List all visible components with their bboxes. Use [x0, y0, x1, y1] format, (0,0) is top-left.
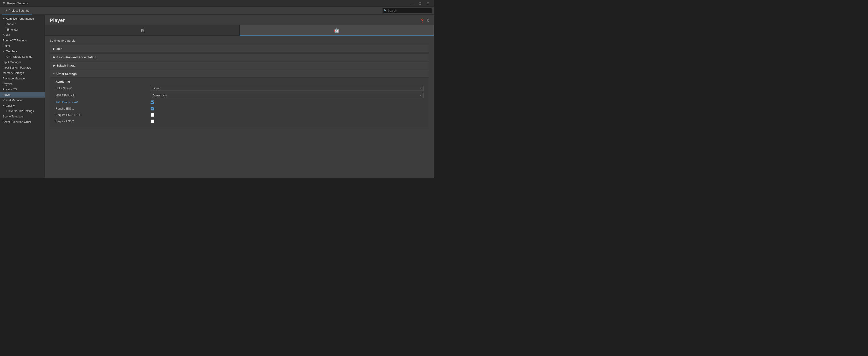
settings-area: Settings for Android ▶ Icon ▶ Resolution… [45, 36, 434, 178]
sidebar-item-label: Burst AOT Settings [3, 39, 27, 42]
color-space-label: Color Space* [56, 87, 151, 90]
icon-section-header[interactable]: ▶ Icon [50, 45, 429, 52]
sidebar-item-label: Simulator [6, 28, 18, 31]
sidebar-item-quality[interactable]: ▼ Quality [0, 103, 45, 108]
color-space-value: Linear Gamma [151, 86, 424, 91]
section-label: Other Settings [56, 72, 77, 75]
sidebar-item-android[interactable]: Android [0, 22, 45, 27]
search-input[interactable] [382, 8, 432, 13]
require-es31-aep-value [151, 113, 424, 117]
other-settings-section: ▼ Other Settings Rendering Color Space* … [50, 70, 429, 127]
title-bar-left: ⚙ Project Settings [3, 2, 28, 5]
msaa-fallback-dropdown-wrap: Downgrade None [151, 93, 424, 98]
maximize-button[interactable]: □ [417, 1, 423, 5]
sidebar-item-label: Editor [3, 44, 10, 47]
close-button[interactable]: ✕ [425, 1, 431, 5]
splash-section: ▶ Splash Image [50, 62, 429, 69]
require-es31-row: Require ES3.1 [53, 105, 426, 112]
settings-for-label: Settings for Android [50, 38, 429, 43]
sidebar-item-label: Physics [3, 83, 12, 86]
require-es31-aep-checkbox[interactable] [151, 113, 154, 117]
section-label: Icon [56, 47, 62, 51]
platform-tab-desktop[interactable]: 🖥 [45, 25, 240, 35]
page-title: Player [50, 18, 65, 23]
sidebar-item-label: Graphics [6, 50, 17, 53]
require-es31-value [151, 107, 424, 110]
sidebar-item-input-manager[interactable]: Input Manager [0, 60, 45, 65]
msaa-fallback-label: MSAA Fallback [56, 94, 151, 97]
sidebar-item-physics-2d[interactable]: Physics 2D [0, 87, 45, 92]
other-settings-header[interactable]: ▼ Other Settings [50, 70, 429, 77]
sidebar-item-label: URP Global Settings [6, 55, 32, 58]
app-icon: ⚙ [3, 2, 5, 5]
sidebar-item-label: Physics 2D [3, 88, 17, 91]
project-settings-tab[interactable]: ⚙ Project Settings [2, 7, 32, 14]
sidebar-item-label: Preset Manager [3, 99, 23, 102]
color-space-dropdown[interactable]: Linear Gamma [151, 86, 424, 91]
auto-graphics-label[interactable]: Auto Graphics API [56, 101, 151, 104]
sidebar-item-editor[interactable]: Editor [0, 43, 45, 48]
title-bar-controls: — □ ✕ [409, 1, 431, 5]
auto-graphics-row: Auto Graphics API [53, 99, 426, 105]
section-label: Splash Image [56, 64, 75, 67]
sidebar-item-player[interactable]: Player [0, 92, 45, 98]
auto-graphics-value [151, 100, 424, 104]
icon-section: ▶ Icon [50, 45, 429, 53]
platform-tab-android[interactable]: 🤖 [240, 25, 434, 35]
sidebar-item-package-manager[interactable]: Package Manager [0, 76, 45, 81]
require-es32-row: Require ES3.2 [53, 118, 426, 125]
expand-icon: ▼ [3, 18, 5, 20]
player-header: Player ❓ ⧉ [45, 15, 434, 25]
require-es32-value [151, 120, 424, 123]
sidebar-item-label: Package Manager [3, 77, 26, 80]
sidebar-item-simulator[interactable]: Simulator [0, 27, 45, 32]
require-es31-checkbox[interactable] [151, 107, 154, 110]
help-icon[interactable]: ❓ [420, 18, 425, 23]
sidebar-item-label: Quality [6, 104, 15, 107]
sidebar-item-universal-rp[interactable]: Universal RP Settings [0, 108, 45, 114]
sidebar-item-audio[interactable]: Audio [0, 32, 45, 38]
sidebar-item-adaptive-performance[interactable]: ▼ Adaptive Performance [0, 16, 45, 22]
sidebar-item-label: Player [3, 93, 11, 96]
resolution-section-header[interactable]: ▶ Resolution and Presentation [50, 54, 429, 61]
search-area: 🔍 [382, 8, 432, 13]
android-icon: 🤖 [334, 27, 339, 33]
require-es32-checkbox[interactable] [151, 120, 154, 123]
collapse-icon: ▼ [53, 73, 55, 75]
sidebar-item-burst-aot[interactable]: Burst AOT Settings [0, 38, 45, 43]
auto-graphics-checkbox[interactable] [151, 100, 154, 104]
collapse-icon: ▶ [53, 47, 55, 51]
sidebar-item-label: Input System Package [3, 66, 31, 69]
window-title: Project Settings [7, 2, 28, 5]
sidebar-item-graphics[interactable]: ▼ Graphics [0, 48, 45, 54]
splash-section-header[interactable]: ▶ Splash Image [50, 62, 429, 69]
sidebar-item-label: Universal RP Settings [6, 109, 34, 113]
sidebar-item-label: Scene Template [3, 115, 23, 118]
app-body: ▼ Adaptive Performance Android Simulator… [0, 15, 434, 178]
sidebar-item-label: Script Execution Order [3, 120, 31, 124]
collapse-icon: ▶ [53, 64, 55, 67]
resolution-section: ▶ Resolution and Presentation [50, 54, 429, 61]
sidebar-item-preset-manager[interactable]: Preset Manager [0, 98, 45, 103]
expand-icon: ▼ [3, 104, 5, 107]
rendering-title: Rendering [53, 77, 426, 85]
sidebar-item-script-execution[interactable]: Script Execution Order [0, 119, 45, 125]
require-es32-label: Require ES3.2 [56, 120, 151, 123]
color-space-dropdown-wrap: Linear Gamma [151, 86, 424, 91]
require-es31-label: Require ES3.1 [56, 107, 151, 110]
desktop-icon: 🖥 [140, 28, 145, 33]
sidebar-item-label: Adaptive Performance [6, 17, 34, 20]
sidebar-item-urp-global[interactable]: URP Global Settings [0, 54, 45, 60]
sidebar-item-memory-settings[interactable]: Memory Settings [0, 70, 45, 76]
sidebar-item-input-system[interactable]: Input System Package [0, 65, 45, 70]
main-content: Player ❓ ⧉ 🖥 🤖 Settings for Android ▶ Ic… [45, 15, 434, 178]
msaa-fallback-dropdown[interactable]: Downgrade None [151, 93, 424, 98]
sidebar-item-scene-template[interactable]: Scene Template [0, 114, 45, 119]
expand-icon: ▼ [3, 50, 5, 53]
title-bar: ⚙ Project Settings — □ ✕ [0, 0, 434, 7]
layout-icon[interactable]: ⧉ [427, 18, 429, 23]
menu-bar: ⚙ Project Settings 🔍 [0, 7, 434, 15]
tab-label: Project Settings [9, 9, 29, 12]
sidebar-item-physics[interactable]: Physics [0, 81, 45, 87]
minimize-button[interactable]: — [409, 1, 416, 5]
